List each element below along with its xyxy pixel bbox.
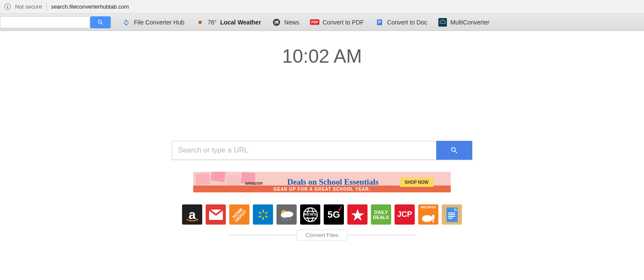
svg-rect-4 [275, 22, 278, 23]
tile-label: DAILY DEALS [371, 210, 391, 220]
svg-rect-16 [258, 211, 261, 214]
svg-rect-38 [448, 218, 453, 219]
tile-macys[interactable] [347, 204, 368, 225]
extension-toolbar: File Converter Hub 76° Local Weather New… [0, 14, 644, 31]
tile-walmart[interactable] [253, 204, 273, 225]
tile-docs[interactable] [442, 204, 462, 225]
url-host: search.fileconverterhubtab.com [51, 3, 129, 10]
svg-rect-13 [262, 217, 264, 220]
toolbar-link-multi[interactable]: MultiConverter [438, 18, 489, 27]
browser-url-bar: i Not secure search.fileconverterhubtab.… [0, 0, 644, 14]
svg-line-23 [287, 218, 288, 221]
refresh-icon [122, 18, 131, 27]
svg-rect-33 [432, 219, 434, 222]
star-icon [351, 208, 365, 222]
main-search-input[interactable] [172, 141, 436, 160]
toolbar-link-label: Convert to PDF [322, 19, 364, 26]
svg-rect-35 [448, 213, 455, 213]
search-icon [450, 146, 459, 155]
pdf-icon: PDF [310, 18, 319, 27]
toolbar-link-pdf[interactable]: PDF Convert to PDF [310, 18, 364, 27]
toolbar-link-label: News [284, 19, 299, 26]
toolbar-link-news[interactable]: News [272, 18, 299, 27]
svg-line-24 [290, 218, 291, 221]
tile-5g[interactable]: 5G [324, 204, 344, 225]
tile-recipes[interactable]: RECIPES [418, 204, 438, 225]
security-label: Not secure [15, 3, 42, 10]
mini-search-button[interactable] [90, 16, 111, 28]
plate-spoon-icon [421, 214, 436, 223]
weather-icon [279, 208, 295, 221]
search-icon [97, 19, 104, 26]
convert-files-chip[interactable]: Convert Files [297, 230, 348, 240]
svg-rect-3 [275, 21, 276, 22]
mini-search-input[interactable] [0, 16, 89, 28]
section-divider-convert: Convert Files [228, 230, 416, 240]
svg-rect-8 [378, 21, 381, 22]
tile-dailydeals[interactable]: DAILY DEALS [371, 204, 391, 225]
amazon-smile-icon [186, 219, 198, 222]
mail-icon [209, 210, 223, 220]
ad-brand: amazon [245, 180, 263, 186]
svg-rect-14 [264, 211, 268, 214]
tile-label: HOME DEPOT [229, 204, 249, 225]
ad-title: Deals on School Essentials [266, 178, 400, 186]
toolbar-link-label: Local Weather [220, 19, 261, 26]
ad-text: Deals on School Essentials [266, 178, 400, 186]
svg-line-22 [285, 218, 286, 221]
tile-homedepot[interactable]: HOME DEPOT [229, 204, 249, 225]
ad-cta-button[interactable]: SHOP NOW [400, 178, 434, 187]
svg-point-32 [431, 215, 434, 219]
svg-rect-17 [264, 215, 268, 218]
svg-rect-36 [448, 214, 455, 215]
walmart-spark-icon [257, 209, 269, 221]
divider [46, 3, 47, 11]
mini-search [0, 14, 111, 31]
doc-icon [375, 18, 384, 27]
toolbar-link-hub[interactable]: File Converter Hub [122, 18, 185, 27]
svg-rect-6 [377, 19, 382, 25]
page-url[interactable]: search.fileconverterhubtab.com [51, 3, 129, 10]
ad-banner[interactable]: amazon Deals on School Essentials SHOP N… [193, 172, 451, 192]
tile-gmail[interactable] [206, 204, 226, 225]
svg-point-0 [198, 21, 202, 24]
svg-rect-37 [448, 216, 455, 217]
tile-label: JCP [397, 210, 412, 219]
divider-line [347, 235, 416, 235]
tile-weather[interactable] [276, 204, 297, 225]
divider-line [228, 235, 297, 235]
main-search-button[interactable] [436, 141, 472, 160]
document-icon [446, 207, 459, 223]
toolbar-link-label: Convert to Doc [387, 19, 427, 26]
tile-amazon[interactable]: a [182, 204, 202, 225]
svg-rect-9 [378, 22, 380, 23]
svg-rect-12 [262, 210, 264, 213]
check-icon [338, 206, 342, 211]
tile-label: NEWS [304, 213, 316, 216]
svg-rect-7 [378, 21, 381, 21]
main-search [172, 141, 472, 160]
weather-temp: 76° [208, 19, 217, 26]
toolbar-link-doc[interactable]: Convert to Doc [375, 18, 427, 27]
svg-point-20 [281, 213, 289, 218]
tile-news[interactable]: NEWS [300, 204, 320, 225]
info-icon[interactable]: i [4, 3, 11, 10]
news-icon [272, 18, 281, 27]
toolbar-link-label: MultiConverter [450, 19, 489, 26]
toolbar-link-label: File Converter Hub [134, 19, 185, 26]
toolbar-link-weather[interactable]: 76° Local Weather [196, 18, 261, 27]
sun-icon [196, 18, 204, 27]
svg-rect-15 [258, 215, 261, 218]
cloud-icon [438, 18, 447, 27]
svg-rect-5 [275, 23, 278, 23]
svg-line-21 [282, 218, 283, 221]
shortcut-tiles: a HOME DEPOT NEWS 5G [178, 204, 466, 225]
clock-display: 10:02 AM [0, 46, 644, 67]
svg-point-31 [422, 215, 432, 222]
tile-jcp[interactable]: JCP [395, 204, 415, 225]
tile-label: RECIPES [421, 206, 436, 209]
